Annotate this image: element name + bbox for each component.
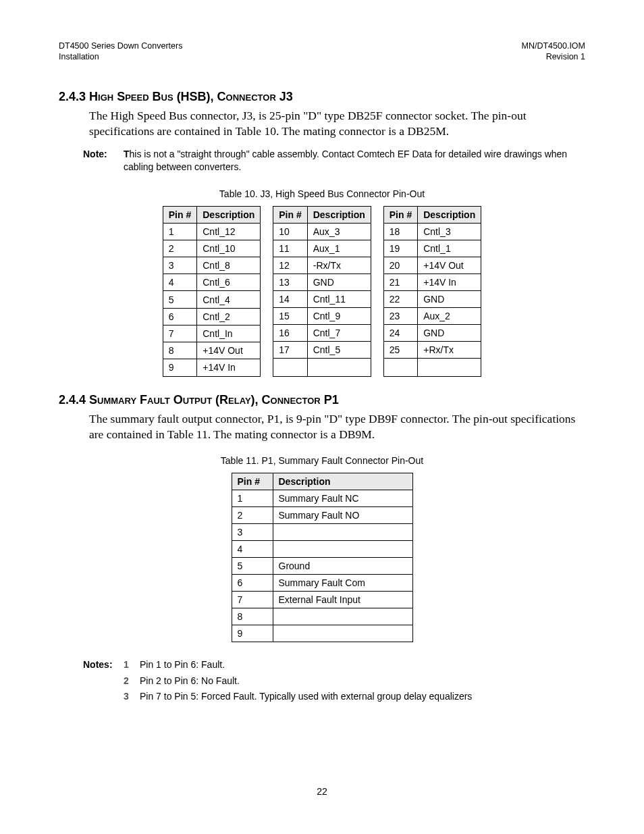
cell-pin: 11 [273,240,307,257]
cell-desc [273,608,412,625]
table-row: 3Cntl_8 [163,257,260,274]
cell-pin: 4 [232,540,273,557]
table-row: 7External Fault Input [232,591,412,608]
notes-list: 1Pin 1 to Pin 6: Fault.2Pin 2 to Pin 6: … [124,657,472,705]
cell-pin: 12 [273,257,307,273]
cell-pin: 7 [163,325,196,342]
col-pin: Pin # [383,206,417,223]
table-row: 8+14V Out [163,342,260,359]
cell-pin [273,358,307,376]
cell-desc [273,523,412,540]
table-row: 25+Rx/Tx [383,341,481,358]
cell-desc: GND [418,324,481,341]
cell-pin: 21 [383,273,417,290]
heading-243-number: 2.4.3 [59,90,89,103]
cell-desc: +14V Out [197,342,261,359]
note-243: Note: This is not a "straight through" c… [83,148,585,174]
table11-caption: Table 11. P1, Summary Fault Connector Pi… [59,455,585,466]
note-number: 1 [124,657,140,673]
cell-pin: 16 [273,324,307,341]
table-row: 4Cntl_6 [163,274,260,291]
cell-pin: 10 [273,223,307,240]
table10-col3-body: 18Cntl_319Cntl_120+14V Out21+14V In22GND… [383,223,481,376]
cell-desc: Cntl_11 [307,290,371,307]
page-number: 22 [59,786,585,797]
cell-desc: Cntl_5 [307,341,371,358]
table-row: 5Cntl_4 [163,291,260,308]
table-row: 19Cntl_1 [383,240,481,257]
col-desc: Description [307,206,371,223]
table10-col1-body: 1Cntl_122Cntl_103Cntl_84Cntl_65Cntl_46Cn… [163,223,260,376]
cell-pin: 17 [273,341,307,358]
notes-244: Notes: 1Pin 1 to Pin 6: Fault.2Pin 2 to … [83,657,585,705]
table-row: 1Summary Fault NC [232,490,412,506]
table-row: 11Aux_1 [273,240,371,257]
cell-desc [418,358,481,376]
table-row: 12-Rx/Tx [273,257,371,273]
cell-desc: Ground [273,557,412,574]
cell-desc [273,625,412,642]
table10: Pin # Description 1Cntl_122Cntl_103Cntl_… [59,206,585,377]
cell-pin: 18 [383,223,417,240]
cell-desc: Aux_2 [418,307,481,324]
cell-desc: GND [307,273,371,290]
para-244: The summary fault output connector, P1, … [89,411,585,443]
table-row: 6Summary Fault Com [232,574,412,591]
cell-pin: 6 [232,574,273,591]
table-row: 5Ground [232,557,412,574]
table-row: 15Cntl_9 [273,307,371,324]
header-right: MN/DT4500.IOM Revision 1 [522,41,585,63]
table-row: 2Cntl_10 [163,240,260,257]
heading-244: 2.4.4 Summary Fault Output (Relay), Conn… [59,393,585,407]
table-header-row: Pin # Description [383,206,481,223]
cell-pin: 19 [383,240,417,257]
col-pin: Pin # [232,473,273,490]
cell-pin: 2 [232,506,273,523]
table-row: 9+14V In [163,359,260,376]
cell-desc: Summary Fault NO [273,506,412,523]
heading-243-title: High Speed Bus (HSB), Connector J3 [89,90,293,103]
cell-pin: 15 [273,307,307,324]
note-text: Pin 1 to Pin 6: Fault. [140,657,225,673]
cell-desc: Cntl_9 [307,307,371,324]
table-row: 23Aux_2 [383,307,481,324]
note-item: 3Pin 7 to Pin 5: Forced Fault. Typically… [124,689,472,705]
col-desc: Description [273,473,412,490]
table-row: 6Cntl_2 [163,308,260,325]
para-243: The High Speed Bus connector, J3, is 25-… [89,108,585,140]
cell-desc: Cntl_8 [197,257,261,274]
notes-label: Notes: [83,657,124,705]
cell-desc: +Rx/Tx [418,341,481,358]
note-item: 1Pin 1 to Pin 6: Fault. [124,657,472,673]
cell-desc: Cntl_7 [307,324,371,341]
table-row: 22GND [383,290,481,307]
heading-244-number: 2.4.4 [59,393,89,407]
cell-desc: Cntl_4 [197,291,261,308]
cell-pin: 25 [383,341,417,358]
col-desc: Description [197,206,261,223]
cell-pin: 2 [163,240,196,257]
cell-pin: 8 [163,342,196,359]
cell-pin: 1 [163,223,196,240]
cell-desc: Summary Fault Com [273,574,412,591]
cell-desc: Cntl_In [197,325,261,342]
cell-pin: 1 [232,490,273,506]
cell-pin: 22 [383,290,417,307]
col-pin: Pin # [163,206,196,223]
table-row: 13GND [273,273,371,290]
table10-col2: Pin # Description 10Aux_311Aux_112-Rx/Tx… [273,206,371,377]
header-left: DT4500 Series Down Converters Installati… [59,41,182,63]
cell-desc: +14V In [197,359,261,376]
cell-desc: Cntl_6 [197,274,261,291]
cell-desc: Cntl_12 [197,223,261,240]
cell-desc: External Fault Input [273,591,412,608]
cell-pin: 4 [163,274,196,291]
table10-col1: Pin # Description 1Cntl_122Cntl_103Cntl_… [163,206,261,377]
cell-desc: Cntl_1 [418,240,481,257]
cell-pin: 24 [383,324,417,341]
table-header-row: Pin # Description [163,206,260,223]
cell-pin: 14 [273,290,307,307]
cell-pin: 13 [273,273,307,290]
table-row: 16Cntl_7 [273,324,371,341]
cell-pin: 23 [383,307,417,324]
